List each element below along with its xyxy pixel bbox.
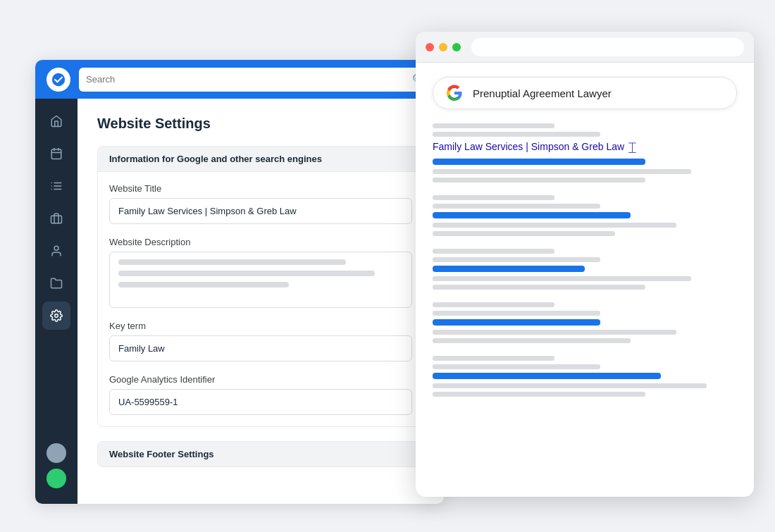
google-analytics-label: Google Analytics Identifier	[109, 374, 412, 385]
footer-section-header: Website Footer Settings	[97, 441, 424, 467]
featured-result-title-link[interactable]: Family Law Services | Simpson & Greb Law…	[433, 140, 737, 155]
search-result-4	[433, 302, 737, 343]
sidebar-item-calendar[interactable]	[42, 140, 70, 168]
website-title-field: Website Title	[109, 183, 412, 224]
key-term-label: Key term	[109, 321, 412, 331]
sidebar-item-folder[interactable]	[42, 269, 70, 297]
result-meta-line	[433, 249, 554, 254]
result-meta-line	[433, 195, 554, 200]
google-search-box: Prenuptial Agreement Lawyer	[433, 77, 737, 109]
svg-point-12	[54, 246, 58, 250]
result-snippet-line	[433, 178, 645, 183]
result-snippet-line	[433, 276, 691, 281]
browser-content: Prenuptial Agreement Lawyer Family Law S…	[416, 63, 754, 497]
google-logo-icon	[446, 85, 463, 101]
result-blue-bar	[433, 373, 661, 379]
dot-red	[426, 43, 434, 51]
sidebar-item-home[interactable]	[42, 107, 70, 135]
cursor-icon: ⌶	[628, 140, 636, 155]
sidebar	[35, 99, 78, 504]
app-logo	[46, 68, 70, 92]
website-description-label: Website Description	[109, 237, 412, 247]
result-snippet-line	[433, 285, 645, 290]
result-meta-line	[433, 302, 554, 307]
browser-chrome	[416, 32, 754, 63]
dot-yellow	[439, 43, 447, 51]
website-title-input[interactable]	[109, 198, 412, 224]
result-meta-line	[433, 132, 600, 137]
search-bar[interactable]: 🔍	[79, 68, 433, 92]
seo-section: Information for Google and other search …	[97, 146, 424, 427]
result-title-text: Family Law Services | Simpson & Greb Law	[433, 141, 624, 152]
result-meta-line	[433, 356, 554, 361]
website-description-field: Website Description	[109, 237, 412, 308]
result-meta-line	[433, 257, 600, 262]
google-analytics-input[interactable]	[109, 389, 412, 415]
google-analytics-field: Google Analytics Identifier	[109, 374, 412, 415]
svg-point-0	[52, 73, 65, 85]
search-input[interactable]	[86, 74, 407, 85]
result-blue-bar	[433, 212, 631, 218]
result-meta-line	[433, 364, 600, 369]
result-snippet-line	[433, 383, 707, 388]
result-meta-line	[433, 123, 554, 128]
sidebar-item-user[interactable]	[42, 237, 70, 265]
result-blue-bar	[433, 319, 600, 326]
search-result-3	[433, 249, 737, 290]
search-result-5	[433, 356, 737, 397]
sidebar-item-list[interactable]	[42, 172, 70, 200]
svg-point-13	[55, 314, 58, 318]
browser-url-bar	[471, 38, 744, 56]
result-snippet-line	[433, 338, 631, 343]
result-blue-bar	[433, 159, 645, 165]
browser-panel: Prenuptial Agreement Lawyer Family Law S…	[416, 32, 754, 497]
page-title: Website Settings	[97, 116, 424, 132]
avatar-green	[46, 469, 66, 488]
result-snippet-line	[433, 231, 615, 236]
website-settings-panel: 🔍 Website Settings	[35, 60, 444, 504]
result-meta-line	[433, 311, 600, 316]
search-result-featured: Family Law Services | Simpson & Greb Law…	[433, 123, 737, 183]
topbar: 🔍	[35, 60, 444, 99]
svg-rect-1	[51, 149, 61, 159]
result-blue-bar	[433, 266, 585, 272]
result-snippet-line	[433, 392, 645, 397]
search-result-2	[433, 195, 737, 236]
result-snippet-line	[433, 330, 676, 335]
avatar-gray	[46, 443, 66, 463]
search-query: Prenuptial Agreement Lawyer	[473, 87, 612, 99]
website-title-label: Website Title	[109, 183, 412, 194]
website-description-textarea[interactable]	[109, 252, 412, 308]
dot-green	[452, 43, 461, 51]
key-term-input[interactable]	[109, 335, 412, 361]
result-snippet-line	[433, 223, 676, 228]
sidebar-bottom	[46, 443, 66, 495]
main-content: Website Settings Information for Google …	[78, 99, 444, 504]
svg-rect-11	[51, 216, 62, 223]
result-meta-line	[433, 204, 600, 209]
seo-section-body: Website Title Website Description Key te…	[98, 172, 423, 426]
seo-section-header: Information for Google and other search …	[98, 147, 423, 172]
sidebar-item-briefcase[interactable]	[42, 204, 70, 233]
key-term-field: Key term	[109, 321, 412, 361]
sidebar-item-settings[interactable]	[42, 302, 70, 330]
result-snippet-line	[433, 169, 691, 174]
